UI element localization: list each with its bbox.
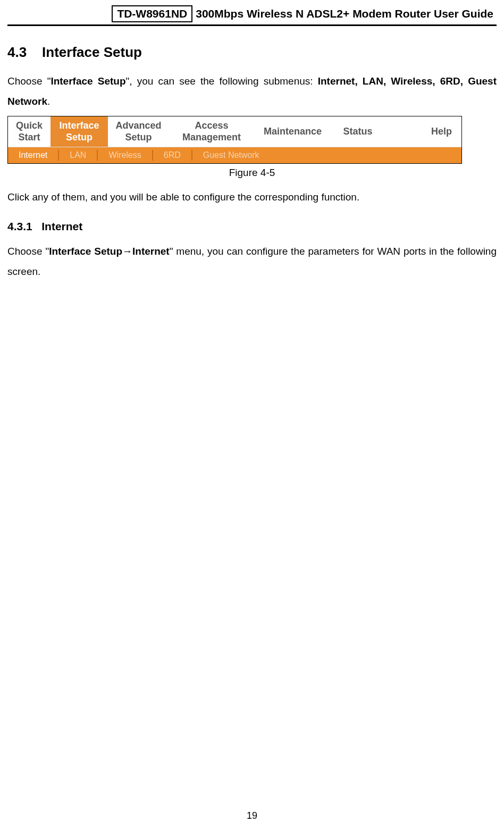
tab-access-management[interactable]: Access Management [169, 116, 254, 147]
subsection-heading: 4.3.1 Internet [7, 220, 497, 233]
tab-quick-start[interactable]: Quick Start [8, 116, 51, 147]
bold-text: Internet [132, 246, 170, 257]
figure-caption: Figure 4-5 [7, 167, 497, 179]
main-nav-row: Quick Start Interface Setup Advanced Set… [8, 116, 461, 147]
bold-text: Interface Setup [49, 246, 122, 257]
sub-nav-row: Internet LAN Wireless 6RD Guest Network [8, 147, 461, 163]
text: ", you can see the following submenus: [126, 76, 318, 87]
tab-maintenance[interactable]: Maintenance [254, 116, 331, 147]
text: Choose " [7, 76, 51, 87]
text: . [47, 96, 50, 107]
subnav-6rd[interactable]: 6RD [153, 150, 191, 161]
section-heading: 4.3 Interface Setup [7, 44, 497, 61]
tab-help[interactable]: Help [384, 116, 461, 147]
doc-header: TD-W8961ND 300Mbps Wireless N ADSL2+ Mod… [0, 0, 504, 24]
subnav-wireless[interactable]: Wireless [98, 150, 152, 161]
model-box: TD-W8961ND [112, 5, 192, 22]
subsection-para: Choose "Interface Setup→Internet" menu, … [7, 241, 497, 282]
section-intro: Choose "Interface Setup", you can see th… [7, 71, 497, 112]
nav-screenshot: Quick Start Interface Setup Advanced Set… [7, 116, 462, 164]
doc-title: 300Mbps Wireless N ADSL2+ Modem Router U… [196, 7, 493, 20]
subnav-internet[interactable]: Internet [8, 150, 58, 161]
page-number: 19 [0, 810, 504, 821]
subsection-number: 4.3.1 [7, 220, 32, 232]
section-number: 4.3 [7, 44, 27, 60]
subnav-lan[interactable]: LAN [59, 150, 97, 161]
section-title: Interface Setup [42, 44, 142, 60]
after-figure-text: Click any of them, and you will be able … [7, 187, 497, 207]
tab-status[interactable]: Status [331, 116, 384, 147]
page-content: 4.3 Interface Setup Choose "Interface Se… [0, 26, 504, 282]
tab-advanced-setup[interactable]: Advanced Setup [108, 116, 169, 147]
arrow-text: → [122, 246, 132, 257]
subsection-title: Internet [41, 220, 82, 232]
tab-interface-setup[interactable]: Interface Setup [51, 116, 108, 147]
subnav-guest-network[interactable]: Guest Network [192, 150, 270, 161]
text: Choose " [7, 246, 49, 257]
bold-text: Interface Setup [51, 76, 125, 87]
